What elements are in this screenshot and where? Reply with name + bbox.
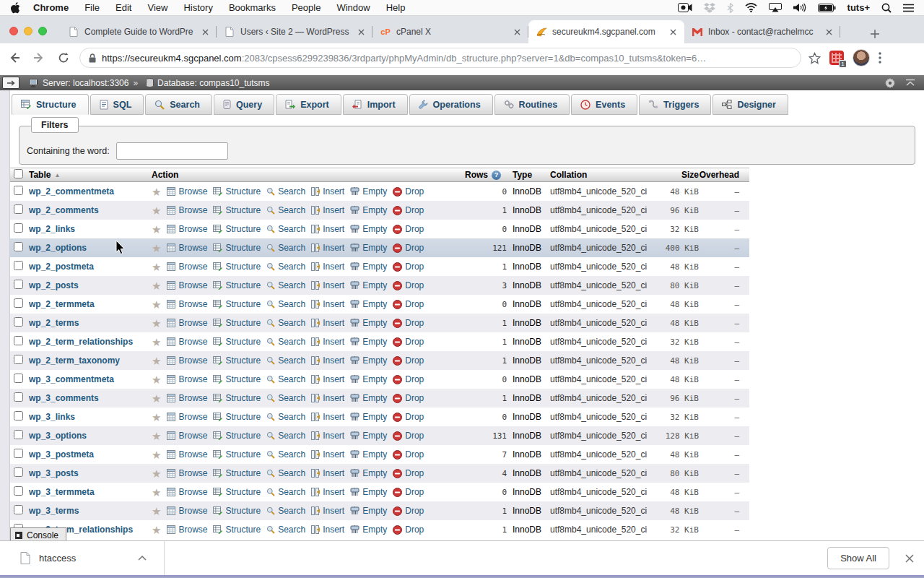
search-link[interactable]: Search: [266, 243, 305, 253]
empty-link[interactable]: Empty: [350, 393, 387, 403]
url-address-bar[interactable]: https://secureukm4.sgcpanel.com:2083/cps…: [79, 48, 801, 68]
table-name-link[interactable]: wp_2_term_relationships: [29, 337, 133, 347]
table-name-link[interactable]: wp_3_terms: [29, 506, 79, 516]
breadcrumb-database-link[interactable]: Database: compas10_tutsms: [157, 78, 269, 88]
browse-link[interactable]: Browse: [167, 337, 207, 347]
insert-link[interactable]: Insert: [311, 355, 344, 366]
tab-close-icon[interactable]: [823, 26, 834, 38]
table-name-link[interactable]: wp_3_options: [29, 431, 87, 441]
tab-export[interactable]: Export: [276, 94, 341, 115]
collapsed-nav-rail[interactable]: [0, 90, 10, 578]
structure-link[interactable]: Structure: [213, 449, 261, 460]
table-name-link[interactable]: wp_2_terms: [29, 318, 79, 328]
notification-center-icon[interactable]: [903, 4, 914, 12]
tab-triggers[interactable]: Triggers: [639, 94, 711, 115]
expand-nav-panel-button[interactable]: [2, 77, 19, 89]
row-checkbox[interactable]: [14, 374, 23, 383]
empty-link[interactable]: Empty: [350, 506, 387, 516]
row-checkbox[interactable]: [14, 430, 23, 439]
empty-link[interactable]: Empty: [350, 525, 387, 535]
tab-designer[interactable]: Designer: [712, 94, 788, 115]
favorite-star-icon[interactable]: ★: [152, 318, 161, 329]
empty-link[interactable]: Empty: [350, 186, 387, 197]
search-link[interactable]: Search: [266, 337, 305, 347]
download-menu-chevron-icon[interactable]: [138, 556, 147, 561]
drop-link[interactable]: Drop: [393, 205, 424, 215]
insert-link[interactable]: Insert: [311, 280, 344, 290]
drop-link[interactable]: Drop: [393, 262, 424, 272]
new-tab-button[interactable]: [866, 25, 884, 43]
tab-close-icon[interactable]: [199, 26, 211, 38]
row-checkbox[interactable]: [14, 449, 23, 458]
favorite-star-icon[interactable]: ★: [152, 355, 161, 366]
extension-icon[interactable]: 1: [829, 51, 844, 65]
header-type[interactable]: Type: [507, 170, 547, 180]
favorite-star-icon[interactable]: ★: [152, 449, 161, 460]
favorite-star-icon[interactable]: ★: [152, 280, 161, 291]
menu-bookmarks[interactable]: Bookmarks: [229, 2, 276, 13]
row-checkbox[interactable]: [14, 317, 23, 327]
drop-link[interactable]: Drop: [393, 374, 424, 384]
table-name-link[interactable]: wp_2_commentmeta: [29, 186, 114, 197]
zoom-window-button[interactable]: [38, 27, 47, 35]
empty-link[interactable]: Empty: [350, 224, 387, 234]
favorite-star-icon[interactable]: ★: [152, 412, 161, 423]
tab-operations[interactable]: Operations: [409, 94, 493, 115]
insert-link[interactable]: Insert: [311, 299, 344, 309]
table-name-link[interactable]: wp_2_term_taxonomy: [29, 355, 120, 366]
table-name-link[interactable]: wp_2_termmeta: [29, 299, 95, 309]
empty-link[interactable]: Empty: [350, 243, 387, 253]
tab-close-icon[interactable]: [511, 26, 523, 38]
structure-link[interactable]: Structure: [213, 280, 261, 290]
insert-link[interactable]: Insert: [311, 374, 344, 384]
search-link[interactable]: Search: [266, 205, 305, 215]
menu-help[interactable]: Help: [386, 2, 406, 13]
row-checkbox[interactable]: [14, 186, 23, 195]
browse-link[interactable]: Browse: [167, 280, 207, 290]
favorite-star-icon[interactable]: ★: [152, 243, 161, 254]
structure-link[interactable]: Structure: [213, 468, 261, 478]
bookmark-star-icon[interactable]: [808, 52, 821, 64]
search-link[interactable]: Search: [266, 262, 305, 272]
search-link[interactable]: Search: [266, 318, 305, 328]
drop-link[interactable]: Drop: [393, 449, 424, 460]
drop-link[interactable]: Drop: [393, 487, 424, 497]
row-checkbox[interactable]: [14, 242, 23, 251]
insert-link[interactable]: Insert: [311, 318, 344, 328]
drop-link[interactable]: Drop: [393, 506, 424, 516]
search-link[interactable]: Search: [266, 487, 305, 497]
favorite-star-icon[interactable]: ★: [152, 186, 161, 197]
drop-link[interactable]: Drop: [393, 431, 424, 441]
structure-link[interactable]: Structure: [213, 243, 261, 253]
browse-link[interactable]: Browse: [167, 243, 207, 253]
drop-link[interactable]: Drop: [393, 468, 424, 478]
tab-query[interactable]: Query: [214, 94, 274, 115]
drop-link[interactable]: Drop: [393, 393, 424, 403]
header-size[interactable]: Size: [657, 170, 699, 180]
search-link[interactable]: Search: [266, 280, 305, 290]
browse-link[interactable]: Browse: [167, 412, 207, 422]
structure-link[interactable]: Structure: [213, 262, 261, 272]
structure-link[interactable]: Structure: [213, 393, 261, 403]
containing-word-input[interactable]: [116, 142, 228, 160]
drop-link[interactable]: Drop: [393, 299, 424, 309]
empty-link[interactable]: Empty: [350, 318, 387, 328]
volume-icon[interactable]: [793, 3, 806, 12]
row-checkbox[interactable]: [14, 223, 23, 233]
search-link[interactable]: Search: [266, 393, 305, 403]
structure-link[interactable]: Structure: [213, 337, 261, 347]
structure-link[interactable]: Structure: [213, 431, 261, 441]
table-name-link[interactable]: wp_2_postmeta: [29, 262, 94, 272]
header-rows[interactable]: Rows: [465, 170, 488, 180]
favorite-star-icon[interactable]: ★: [152, 262, 161, 272]
rows-help-icon[interactable]: ?: [492, 171, 501, 180]
chrome-menu-icon[interactable]: [879, 52, 881, 64]
browse-link[interactable]: Browse: [167, 186, 207, 197]
table-name-link[interactable]: wp_3_commentmeta: [29, 374, 114, 384]
structure-link[interactable]: Structure: [213, 506, 261, 516]
structure-link[interactable]: Structure: [213, 186, 261, 197]
empty-link[interactable]: Empty: [350, 262, 387, 272]
browse-link[interactable]: Browse: [167, 299, 207, 309]
browse-link[interactable]: Browse: [167, 374, 207, 384]
empty-link[interactable]: Empty: [350, 374, 387, 384]
